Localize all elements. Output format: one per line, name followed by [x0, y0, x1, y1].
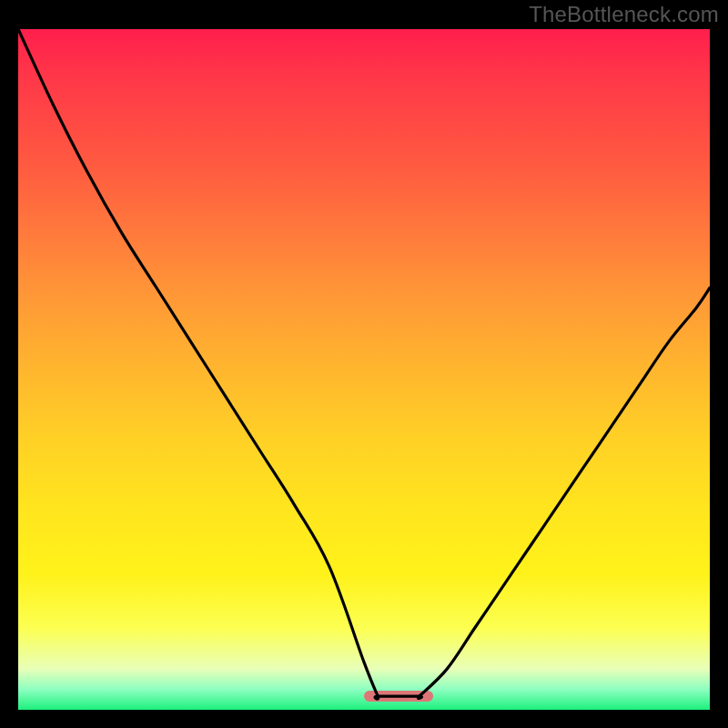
plot-frame [18, 29, 710, 710]
curve-svg [18, 29, 710, 710]
watermark-text: TheBottleneck.com [529, 2, 719, 27]
bottleneck-curve [18, 29, 710, 699]
chart-stage: TheBottleneck.com [0, 0, 728, 728]
